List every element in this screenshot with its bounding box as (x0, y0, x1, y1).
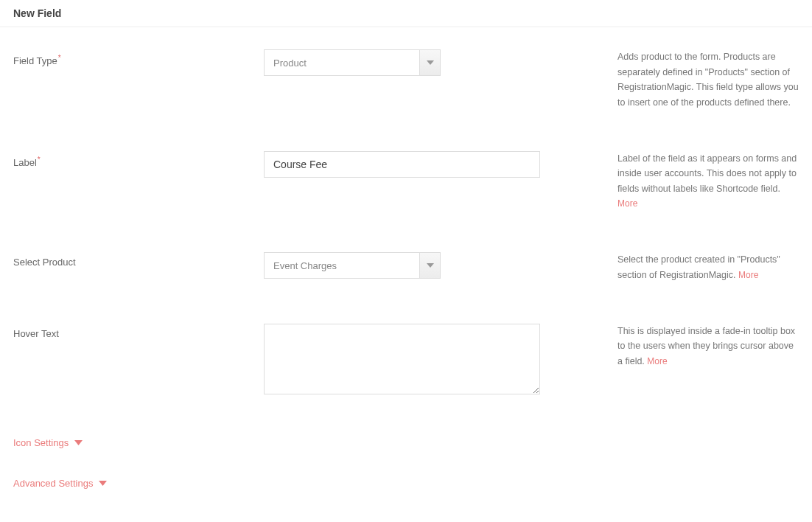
label-label-text: Label (13, 157, 37, 168)
label-label: Label* (13, 151, 264, 168)
form-body: Field Type* Product Adds product to the … (0, 27, 812, 522)
more-link-label[interactable]: More (617, 198, 637, 209)
select-product-select[interactable]: Event Charges (264, 252, 441, 279)
help-field-type-text: Adds product to the form. Products are s… (617, 52, 799, 108)
required-asterisk: * (58, 54, 61, 62)
icon-settings-toggle[interactable]: Icon Settings (13, 437, 799, 448)
row-label: Label* Label of the field as it appears … (13, 151, 799, 212)
help-field-type: Adds product to the form. Products are s… (566, 49, 799, 111)
help-label: Label of the field as it appears on form… (566, 151, 799, 212)
input-col-field-type: Product (264, 49, 566, 76)
select-product-value: Event Charges (265, 260, 419, 271)
page-title: New Field (13, 7, 799, 19)
help-select-product: Select the product created in "Products"… (566, 252, 799, 282)
field-type-select[interactable]: Product (264, 49, 441, 76)
chevron-down-icon (427, 60, 434, 65)
advanced-settings-toggle[interactable]: Advanced Settings (13, 478, 799, 489)
label-select-product-text: Select Product (13, 257, 76, 268)
row-field-type: Field Type* Product Adds product to the … (13, 49, 799, 111)
hover-text-textarea[interactable] (264, 324, 540, 394)
label-field-type-text: Field Type (13, 55, 57, 66)
chevron-down-icon (99, 481, 107, 486)
chevron-down-icon (427, 263, 434, 268)
required-asterisk: * (38, 156, 41, 164)
advanced-settings-label: Advanced Settings (13, 478, 93, 489)
row-hover-text: Hover Text This is displayed inside a fa… (13, 324, 799, 397)
more-link-hover-text[interactable]: More (647, 356, 667, 366)
label-input[interactable] (264, 151, 540, 178)
field-type-select-value: Product (265, 58, 419, 69)
chevron-down-icon (74, 440, 83, 445)
page-header: New Field (0, 0, 812, 27)
input-col-label (264, 151, 566, 178)
select-product-arrow[interactable] (419, 253, 440, 278)
help-label-text: Label of the field as it appears on form… (617, 153, 797, 194)
more-link-select-product[interactable]: More (738, 270, 758, 280)
label-hover-text-text: Hover Text (13, 328, 59, 339)
label-field-type: Field Type* (13, 49, 264, 66)
input-col-select-product: Event Charges (264, 252, 566, 279)
label-hover-text: Hover Text (13, 324, 264, 339)
input-col-hover-text (264, 324, 566, 397)
help-hover-text-text: This is displayed inside a fade-in toolt… (617, 326, 795, 366)
icon-settings-label: Icon Settings (13, 437, 69, 448)
label-select-product: Select Product (13, 252, 264, 268)
help-hover-text: This is displayed inside a fade-in toolt… (566, 324, 799, 369)
row-select-product: Select Product Event Charges Select the … (13, 252, 799, 282)
field-type-select-arrow[interactable] (419, 50, 440, 75)
